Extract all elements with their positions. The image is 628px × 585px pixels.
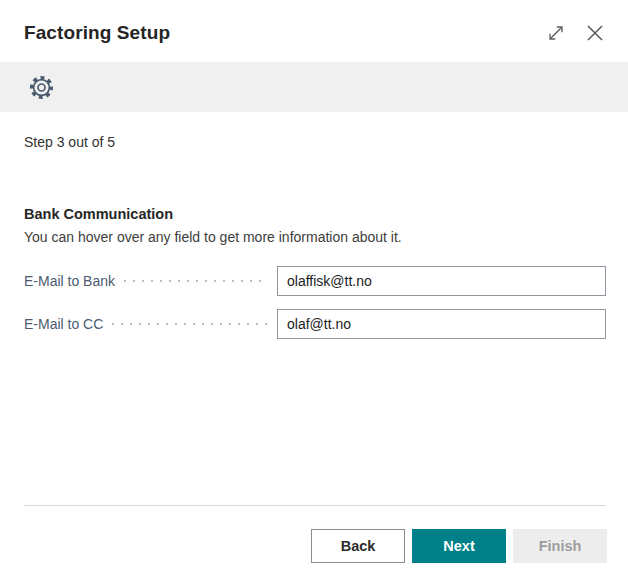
- finish-button: Finish: [513, 529, 607, 563]
- field-row-email-to-cc: E-Mail to CC: [24, 309, 606, 339]
- next-button[interactable]: Next: [412, 529, 506, 563]
- section-description: You can hover over any field to get more…: [24, 229, 402, 245]
- footer-divider: [24, 505, 606, 506]
- factoring-setup-dialog: Factoring Setup: [0, 0, 628, 585]
- email-to-cc-input[interactable]: [277, 309, 606, 339]
- page-title: Factoring Setup: [24, 22, 170, 44]
- section-heading: Bank Communication: [24, 206, 173, 222]
- titlebar-icons: [543, 20, 608, 46]
- settings-button[interactable]: [26, 72, 56, 102]
- email-to-bank-label: E-Mail to Bank: [24, 273, 115, 289]
- close-icon: [583, 21, 607, 45]
- dotted-leader: [124, 280, 267, 282]
- gear-icon: [28, 74, 55, 101]
- close-button[interactable]: [582, 20, 608, 46]
- field-row-email-to-bank: E-Mail to Bank: [24, 266, 606, 296]
- expand-icon: [545, 22, 567, 44]
- dialog-toolbar: [0, 62, 628, 112]
- expand-button[interactable]: [543, 20, 569, 46]
- email-to-cc-label: E-Mail to CC: [24, 316, 103, 332]
- footer-buttons: Back Next Finish: [311, 529, 607, 563]
- dialog-titlebar: Factoring Setup: [24, 16, 608, 50]
- step-indicator: Step 3 out of 5: [24, 134, 115, 150]
- back-button[interactable]: Back: [311, 529, 405, 563]
- email-to-bank-input[interactable]: [277, 266, 606, 296]
- dotted-leader: [112, 323, 267, 325]
